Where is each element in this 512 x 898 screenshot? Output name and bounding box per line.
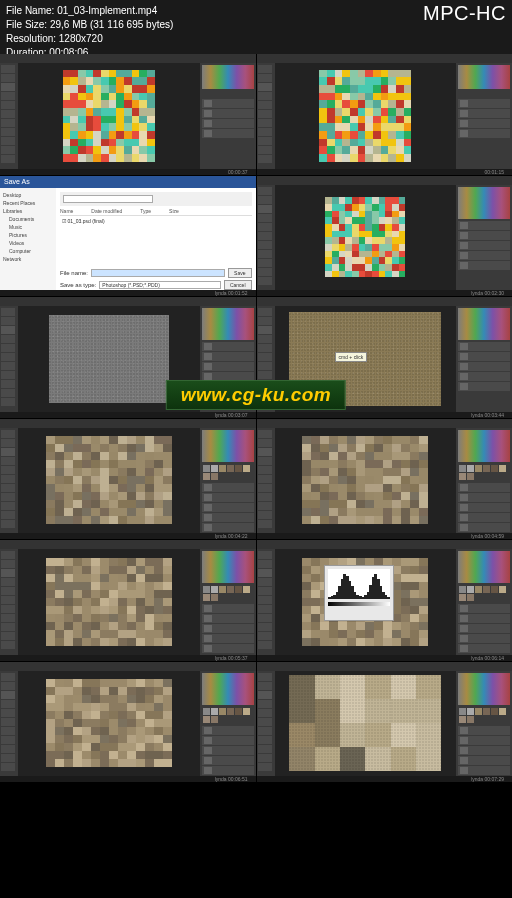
swatches-panel[interactable]: [458, 707, 510, 724]
tool-button[interactable]: [1, 493, 15, 501]
layer-row[interactable]: [458, 746, 510, 755]
tool-button[interactable]: [258, 277, 272, 285]
layer-row[interactable]: [458, 523, 510, 532]
layer-row[interactable]: [458, 756, 510, 765]
tool-button[interactable]: [1, 673, 15, 681]
layer-row[interactable]: [458, 231, 510, 240]
layer-row[interactable]: [202, 604, 254, 613]
swatch[interactable]: [467, 586, 474, 593]
tool-button[interactable]: [1, 520, 15, 528]
tool-button[interactable]: [258, 709, 272, 717]
layers-panel[interactable]: [458, 726, 510, 775]
path-toolbar[interactable]: [60, 192, 252, 206]
layer-row[interactable]: [458, 221, 510, 230]
swatch[interactable]: [243, 708, 250, 715]
layer-row[interactable]: [202, 644, 254, 653]
layer-row[interactable]: [458, 362, 510, 371]
column-headers[interactable]: NameDate modifiedTypeSize: [60, 208, 252, 216]
tool-button[interactable]: [1, 137, 15, 145]
tool-button[interactable]: [1, 614, 15, 622]
canvas-area[interactable]: [275, 549, 457, 655]
tool-button[interactable]: [1, 155, 15, 163]
panels-sidebar[interactable]: [200, 671, 256, 777]
panels-sidebar[interactable]: [456, 63, 512, 169]
swatch[interactable]: [203, 716, 210, 723]
tool-button[interactable]: [258, 92, 272, 100]
toolbar[interactable]: [257, 549, 275, 655]
nav-item[interactable]: Music: [3, 223, 53, 231]
canvas-area[interactable]: [275, 185, 457, 291]
panels-sidebar[interactable]: [456, 428, 512, 534]
tool-button[interactable]: [258, 560, 272, 568]
tool-button[interactable]: [258, 74, 272, 82]
save-button[interactable]: Save: [228, 268, 251, 278]
swatch[interactable]: [459, 473, 466, 480]
tool-button[interactable]: [258, 502, 272, 510]
file-item[interactable]: ☑ 01_03.psd (final): [60, 216, 252, 226]
nav-item[interactable]: Recent Places: [3, 199, 53, 207]
tool-button[interactable]: [1, 83, 15, 91]
layer-row[interactable]: [458, 119, 510, 128]
tool-button[interactable]: [1, 466, 15, 474]
tool-button[interactable]: [1, 308, 15, 316]
toolbar[interactable]: [257, 185, 275, 291]
swatch[interactable]: [211, 594, 218, 601]
layer-row[interactable]: [458, 352, 510, 361]
tool-button[interactable]: [258, 632, 272, 640]
tool-button[interactable]: [258, 727, 272, 735]
swatch[interactable]: [235, 586, 242, 593]
swatch[interactable]: [219, 586, 226, 593]
tool-button[interactable]: [1, 128, 15, 136]
swatch[interactable]: [491, 465, 498, 472]
swatch[interactable]: [203, 465, 210, 472]
tool-button[interactable]: [258, 362, 272, 370]
tool-button[interactable]: [258, 223, 272, 231]
swatch[interactable]: [499, 465, 506, 472]
tool-button[interactable]: [1, 353, 15, 361]
column-header[interactable]: Type: [140, 208, 151, 214]
tool-button[interactable]: [1, 371, 15, 379]
layer-row[interactable]: [458, 342, 510, 351]
tool-button[interactable]: [1, 110, 15, 118]
tool-button[interactable]: [258, 187, 272, 195]
toolbar[interactable]: [257, 671, 275, 777]
tool-button[interactable]: [258, 457, 272, 465]
tool-button[interactable]: [1, 430, 15, 438]
layers-panel[interactable]: [202, 483, 254, 532]
layers-panel[interactable]: [202, 604, 254, 653]
layer-row[interactable]: [458, 644, 510, 653]
layer-row[interactable]: [202, 726, 254, 735]
tool-button[interactable]: [1, 335, 15, 343]
color-picker[interactable]: [202, 65, 254, 97]
layer-row[interactable]: [458, 483, 510, 492]
tool-button[interactable]: [258, 745, 272, 753]
swatch[interactable]: [211, 465, 218, 472]
swatch[interactable]: [475, 465, 482, 472]
tool-button[interactable]: [1, 398, 15, 406]
swatch[interactable]: [499, 708, 506, 715]
tool-button[interactable]: [1, 389, 15, 397]
tool-button[interactable]: [258, 214, 272, 222]
layer-row[interactable]: [458, 241, 510, 250]
layer-row[interactable]: [202, 109, 254, 118]
panels-sidebar[interactable]: [456, 671, 512, 777]
swatch[interactable]: [483, 465, 490, 472]
layer-row[interactable]: [458, 251, 510, 260]
tool-button[interactable]: [258, 493, 272, 501]
tool-button[interactable]: [258, 520, 272, 528]
swatches-panel[interactable]: [202, 707, 254, 724]
tool-button[interactable]: [258, 475, 272, 483]
tool-button[interactable]: [1, 448, 15, 456]
layer-row[interactable]: [202, 342, 254, 351]
layer-row[interactable]: [458, 513, 510, 522]
tool-button[interactable]: [1, 736, 15, 744]
tool-button[interactable]: [1, 596, 15, 604]
panels-sidebar[interactable]: [456, 185, 512, 291]
tool-button[interactable]: [1, 146, 15, 154]
tool-button[interactable]: [258, 605, 272, 613]
tool-button[interactable]: [258, 65, 272, 73]
tool-button[interactable]: [1, 763, 15, 771]
tool-button[interactable]: [258, 119, 272, 127]
tool-button[interactable]: [258, 754, 272, 762]
swatch[interactable]: [491, 586, 498, 593]
